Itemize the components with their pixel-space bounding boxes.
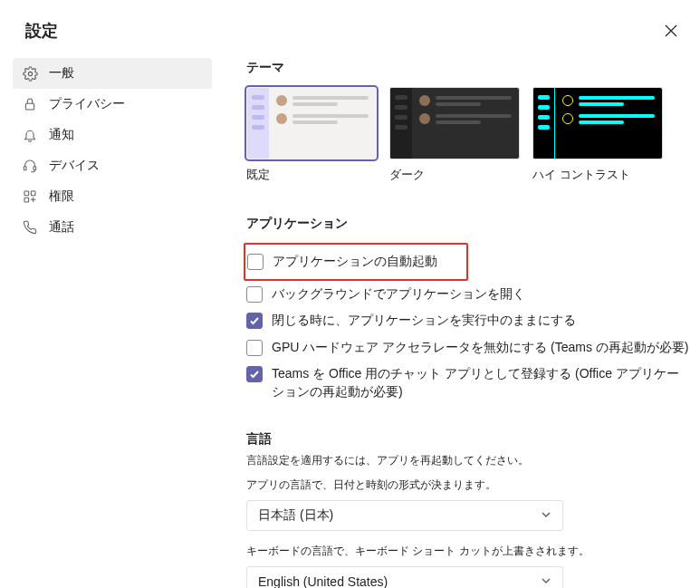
checkbox-auto-start[interactable] bbox=[247, 254, 264, 270]
theme-heading: テーマ bbox=[246, 60, 700, 76]
theme-label: ダーク bbox=[389, 167, 520, 183]
chevron-down-icon bbox=[541, 574, 551, 588]
phone-icon bbox=[22, 219, 38, 236]
dropdown-value: 日本語 (日本) bbox=[258, 507, 333, 524]
svg-point-0 bbox=[28, 72, 32, 75]
settings-sidebar: 一般 プライバシー 通知 デバイス 権限 bbox=[0, 54, 221, 588]
app-language-dropdown[interactable]: 日本語 (日本) bbox=[246, 500, 563, 531]
sidebar-item-label: 通話 bbox=[49, 219, 74, 236]
checkbox-label: バックグラウンドでアプリケーションを開く bbox=[272, 285, 534, 304]
svg-rect-3 bbox=[34, 167, 36, 170]
checkbox-label: 閉じる時に、アプリケーションを実行中のままにする bbox=[272, 312, 585, 330]
theme-preview-high-contrast bbox=[532, 87, 663, 159]
check-icon bbox=[249, 369, 260, 380]
dropdown-value: English (United States) bbox=[258, 574, 388, 588]
svg-rect-5 bbox=[31, 191, 35, 196]
bell-icon bbox=[22, 127, 38, 143]
svg-rect-6 bbox=[24, 198, 29, 202]
sidebar-item-label: 通知 bbox=[49, 127, 74, 143]
theme-option-dark[interactable]: ダーク bbox=[389, 87, 520, 183]
keyboard-language-dropdown[interactable]: English (United States) bbox=[246, 566, 563, 588]
sidebar-item-label: 一般 bbox=[49, 65, 74, 82]
theme-label: 既定 bbox=[246, 167, 377, 183]
theme-preview-dark bbox=[389, 87, 520, 159]
svg-rect-2 bbox=[24, 167, 26, 170]
sidebar-item-calls[interactable]: 通話 bbox=[13, 212, 212, 243]
sidebar-item-privacy[interactable]: プライバシー bbox=[13, 89, 212, 120]
sidebar-item-label: デバイス bbox=[49, 158, 100, 174]
svg-rect-4 bbox=[24, 191, 29, 196]
sidebar-item-notifications[interactable]: 通知 bbox=[13, 120, 212, 150]
highlighted-setting: アプリケーションの自動起動 bbox=[244, 243, 468, 281]
svg-rect-1 bbox=[25, 103, 34, 110]
keyboard-language-label: キーボードの言語で、キーボード ショート カットが上書きされます。 bbox=[246, 544, 700, 559]
theme-option-high-contrast[interactable]: ハイ コントラスト bbox=[532, 87, 663, 183]
settings-title: 設定 bbox=[25, 20, 58, 42]
close-button[interactable] bbox=[660, 20, 682, 42]
app-language-label: アプリの言語で、日付と時刻の形式が決まります。 bbox=[246, 477, 700, 493]
checkbox-register-office-chat[interactable] bbox=[246, 366, 263, 382]
theme-preview-default bbox=[246, 87, 377, 159]
lock-icon bbox=[22, 96, 38, 112]
sidebar-item-label: 権限 bbox=[49, 188, 74, 205]
sidebar-item-general[interactable]: 一般 bbox=[13, 58, 212, 89]
theme-label: ハイ コントラスト bbox=[532, 167, 663, 183]
theme-options: 既定 ダーク bbox=[246, 87, 700, 183]
sidebar-item-label: プライバシー bbox=[49, 96, 125, 112]
checkbox-open-background[interactable] bbox=[246, 286, 263, 303]
theme-option-default[interactable]: 既定 bbox=[246, 87, 377, 183]
sidebar-item-devices[interactable]: デバイス bbox=[13, 150, 212, 181]
apps-icon bbox=[22, 188, 38, 205]
checkbox-keep-running[interactable] bbox=[246, 313, 263, 329]
language-hint: 言語設定を適用するには、アプリを再起動してください。 bbox=[246, 453, 700, 468]
headset-icon bbox=[22, 158, 38, 174]
language-heading: 言語 bbox=[246, 431, 700, 448]
checkbox-label: アプリケーションの自動起動 bbox=[273, 253, 446, 271]
close-icon bbox=[665, 24, 677, 37]
checkbox-label: GPU ハードウェア アクセラレータを無効にする (Teams の再起動が必要) bbox=[272, 339, 697, 357]
sidebar-item-permissions[interactable]: 権限 bbox=[13, 181, 212, 212]
application-heading: アプリケーション bbox=[246, 216, 700, 232]
gear-icon bbox=[22, 65, 38, 82]
checkbox-disable-gpu[interactable] bbox=[246, 340, 263, 356]
checkbox-label: Teams を Office 用のチャット アプリとして登録する (Office… bbox=[272, 365, 700, 400]
settings-content: テーマ 既定 bbox=[221, 54, 700, 588]
check-icon bbox=[249, 315, 260, 326]
chevron-down-icon bbox=[541, 508, 551, 523]
